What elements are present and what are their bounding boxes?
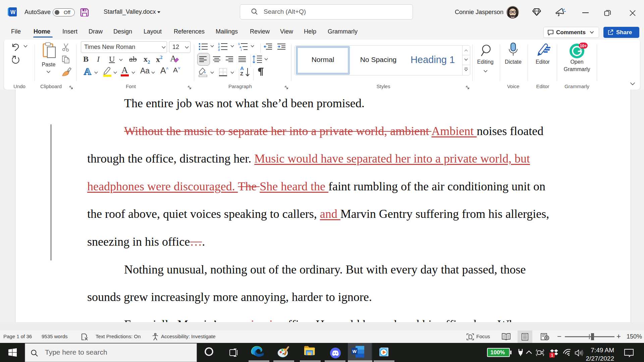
svg-text:W: W xyxy=(10,9,16,15)
svg-text:3: 3 xyxy=(218,48,220,51)
svg-text:1: 1 xyxy=(551,353,553,358)
svg-text:W: W xyxy=(353,349,357,354)
svg-text:i: i xyxy=(241,48,242,51)
svg-text:10+: 10+ xyxy=(580,44,587,48)
